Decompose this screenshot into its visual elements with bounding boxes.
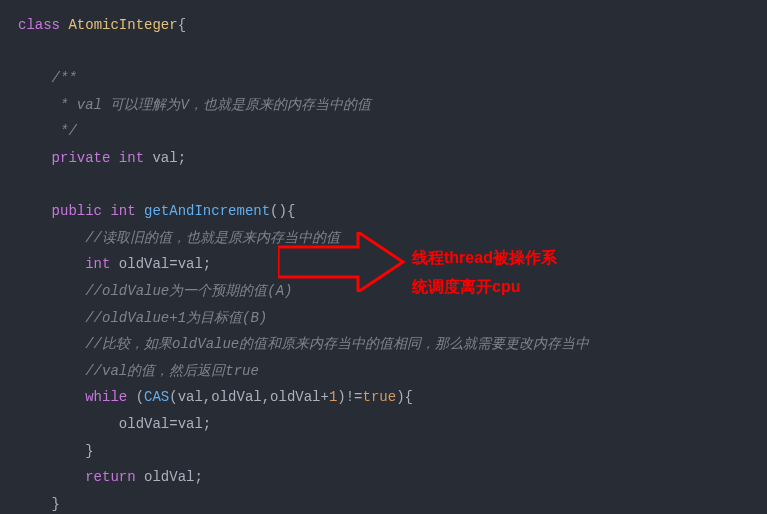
- code-line: //val的值，然后返回true: [18, 358, 767, 385]
- comment: //读取旧的值，也就是原来内存当中的值: [85, 230, 340, 246]
- code-line: //读取旧的值，也就是原来内存当中的值: [18, 225, 767, 252]
- keyword-return: return: [85, 469, 135, 485]
- code-line: */: [18, 118, 767, 145]
- var-decl: oldVal=val;: [110, 256, 211, 272]
- statement: oldVal=val;: [119, 416, 211, 432]
- comment: //val的值，然后返回true: [85, 363, 259, 379]
- annotation-line1: 线程thread被操作系: [412, 244, 557, 273]
- class-name: AtomicInteger: [68, 17, 177, 33]
- code-line: /**: [18, 65, 767, 92]
- annotation-line2: 统调度离开cpu: [412, 273, 557, 302]
- keyword-while: while: [85, 389, 127, 405]
- keyword-int: int: [85, 256, 110, 272]
- var-decl: val;: [144, 150, 186, 166]
- code-line: while (CAS(val,oldVal,oldVal+1)!=true){: [18, 384, 767, 411]
- comment: //oldValue+1为目标值(B): [85, 310, 267, 326]
- code-line: class AtomicInteger{: [18, 12, 767, 39]
- keyword-public: public: [52, 203, 102, 219]
- paren: ){: [396, 389, 413, 405]
- code-line: }: [18, 438, 767, 465]
- paren: (: [127, 389, 144, 405]
- brace: }: [85, 443, 93, 459]
- paren: (){: [270, 203, 295, 219]
- code-line-blank: [18, 39, 767, 66]
- code-line: return oldVal;: [18, 464, 767, 491]
- comment: /**: [52, 70, 77, 86]
- keyword-int: int: [119, 150, 144, 166]
- code-line: * val 可以理解为V，也就是原来的内存当中的值: [18, 92, 767, 119]
- bool-literal: true: [363, 389, 397, 405]
- brace: {: [178, 17, 186, 33]
- comment: //oldValue为一个预期的值(A): [85, 283, 292, 299]
- comment: * val 可以理解为V，也就是原来的内存当中的值: [52, 97, 371, 113]
- args: (val,oldVal,oldVal+: [169, 389, 329, 405]
- annotation-label: 线程thread被操作系 统调度离开cpu: [412, 244, 557, 302]
- comment: */: [52, 123, 77, 139]
- keyword-int: int: [110, 203, 135, 219]
- return-val: oldVal;: [136, 469, 203, 485]
- code-line-blank: [18, 172, 767, 199]
- keyword-class: class: [18, 17, 60, 33]
- code-line: oldVal=val;: [18, 411, 767, 438]
- code-line: int oldVal=val;: [18, 251, 767, 278]
- comment: //比较，如果oldValue的值和原来内存当中的值相同，那么就需要更改内存当中: [85, 336, 589, 352]
- paren: )!=: [337, 389, 362, 405]
- code-line: public int getAndIncrement(){: [18, 198, 767, 225]
- code-block: class AtomicInteger{ /** * val 可以理解为V，也就…: [0, 12, 767, 514]
- brace: }: [52, 496, 60, 512]
- code-line: }: [18, 491, 767, 514]
- func-cas: CAS: [144, 389, 169, 405]
- code-line: //比较，如果oldValue的值和原来内存当中的值相同，那么就需要更改内存当中: [18, 331, 767, 358]
- keyword-private: private: [52, 150, 111, 166]
- code-line: //oldValue+1为目标值(B): [18, 305, 767, 332]
- method-name: getAndIncrement: [144, 203, 270, 219]
- code-line: private int val;: [18, 145, 767, 172]
- code-line: //oldValue为一个预期的值(A): [18, 278, 767, 305]
